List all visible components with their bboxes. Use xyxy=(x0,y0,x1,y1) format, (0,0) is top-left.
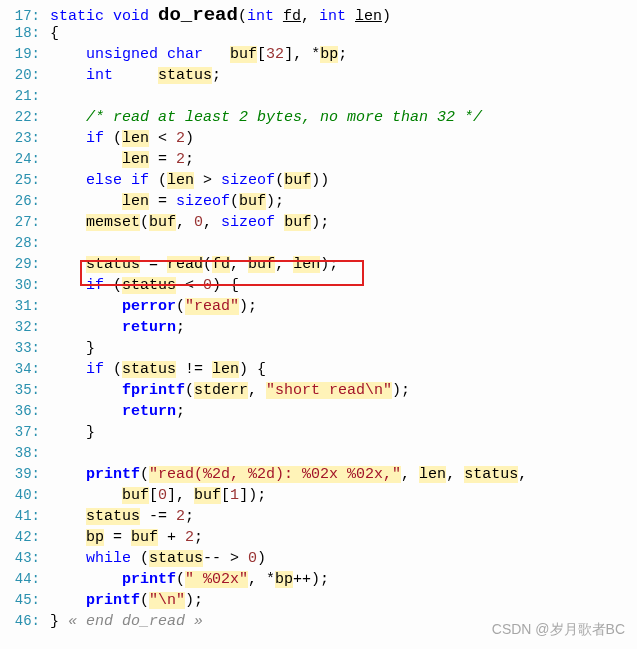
code-line: 45: printf("\n"); xyxy=(0,592,637,613)
code-line: 20: int status; xyxy=(0,67,637,88)
line-number: 27: xyxy=(0,214,44,230)
line-number: 35: xyxy=(0,382,44,398)
line-number: 23: xyxy=(0,130,44,146)
code-line: 32: return; xyxy=(0,319,637,340)
line-number: 45: xyxy=(0,592,44,608)
function-name: do_read xyxy=(158,4,238,26)
code-line: 19: unsigned char buf[32], *bp; xyxy=(0,46,637,67)
code-line: 40: buf[0], buf[1]); xyxy=(0,487,637,508)
line-number: 17: xyxy=(0,8,44,24)
line-number: 39: xyxy=(0,466,44,482)
line-number: 44: xyxy=(0,571,44,587)
code-line: 26: len = sizeof(buf); xyxy=(0,193,637,214)
line-number: 19: xyxy=(0,46,44,62)
code-line: 42: bp = buf + 2; xyxy=(0,529,637,550)
code-line: 30: if (status < 0) { xyxy=(0,277,637,298)
code-line: 24: len = 2; xyxy=(0,151,637,172)
line-number: 46: xyxy=(0,613,44,629)
line-number: 41: xyxy=(0,508,44,524)
code-line: 34: if (status != len) { xyxy=(0,361,637,382)
line-number: 42: xyxy=(0,529,44,545)
code-line: 31: perror("read"); xyxy=(0,298,637,319)
line-number: 32: xyxy=(0,319,44,335)
code-line: 21: xyxy=(0,88,637,109)
code-line: 23: if (len < 2) xyxy=(0,130,637,151)
code-line: 38: xyxy=(0,445,637,466)
line-number: 40: xyxy=(0,487,44,503)
code-line: 37: } xyxy=(0,424,637,445)
code-line: 18:{ xyxy=(0,25,637,46)
line-number: 28: xyxy=(0,235,44,251)
line-number: 21: xyxy=(0,88,44,104)
line-number: 22: xyxy=(0,109,44,125)
code-line: 35: fprintf(stderr, "short read\n"); xyxy=(0,382,637,403)
line-number: 30: xyxy=(0,277,44,293)
code-line: 36: return; xyxy=(0,403,637,424)
code-line: 27: memset(buf, 0, sizeof buf); xyxy=(0,214,637,235)
line-number: 29: xyxy=(0,256,44,272)
code-line: 28: xyxy=(0,235,637,256)
line-number: 37: xyxy=(0,424,44,440)
code-line: 22: /* read at least 2 bytes, no more th… xyxy=(0,109,637,130)
line-number: 33: xyxy=(0,340,44,356)
line-number: 26: xyxy=(0,193,44,209)
line-number: 34: xyxy=(0,361,44,377)
line-number: 20: xyxy=(0,67,44,83)
code-block: 17:static void do_read(int fd, int len) … xyxy=(0,0,637,634)
code-line: 39: printf("read(%2d, %2d): %02x %02x,",… xyxy=(0,466,637,487)
code-line: 17:static void do_read(int fd, int len) xyxy=(0,4,637,25)
watermark-text: CSDN @岁月歌者BC xyxy=(492,621,625,639)
code-line: 25: else if (len > sizeof(buf)) xyxy=(0,172,637,193)
code-line: 43: while (status-- > 0) xyxy=(0,550,637,571)
code-line: 33: } xyxy=(0,340,637,361)
line-number: 25: xyxy=(0,172,44,188)
line-number: 43: xyxy=(0,550,44,566)
code-line: 41: status -= 2; xyxy=(0,508,637,529)
line-number: 31: xyxy=(0,298,44,314)
line-number: 36: xyxy=(0,403,44,419)
code-line: 44: printf(" %02x", *bp++); xyxy=(0,571,637,592)
line-number: 38: xyxy=(0,445,44,461)
line-number: 24: xyxy=(0,151,44,167)
code-line: 29: status = read(fd, buf, len); xyxy=(0,256,637,277)
line-number: 18: xyxy=(0,25,44,41)
